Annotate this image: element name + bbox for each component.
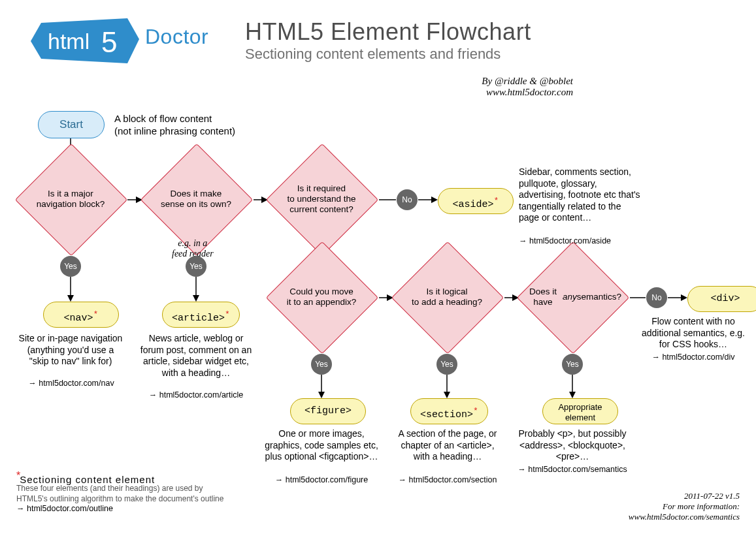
decision-d2-text: Does it make sense on its own? xyxy=(140,163,252,235)
decision-d6-text: Does it haveany semantics? xyxy=(517,261,628,333)
desc-figure: One or more images, graphics, code sampl… xyxy=(261,428,382,463)
decision-add-heading: Is it logicalto add a heading? xyxy=(391,261,502,333)
decision-d4-text: Could you move it to an appendix? xyxy=(266,261,377,333)
page-subtitle: Sectioning content elements and friends xyxy=(245,46,501,63)
result-nav: <nav>* xyxy=(43,302,119,328)
footnote-body: These four elements (and their headings)… xyxy=(16,483,232,504)
version-more: For more information: xyxy=(629,501,740,512)
version-block: 2011-07-22 v1.5 For more information: ww… xyxy=(629,491,740,522)
badge-no-d6: No xyxy=(646,287,667,308)
result-appropriate-element: Appropriate element xyxy=(542,398,618,424)
decision-d1-text: Is it a major navigation block? xyxy=(15,163,126,235)
desc-section: A section of the page, or chapter of an … xyxy=(392,428,503,463)
link-section: → html5doctor.com/section xyxy=(392,475,503,484)
start-note: A block of flow content (not inline phra… xyxy=(114,113,235,138)
result-article: <article>* xyxy=(162,302,240,328)
logo-doctor-text: Doctor xyxy=(145,25,208,49)
svg-text:5: 5 xyxy=(101,26,117,58)
badge-yes-d2: Yes xyxy=(186,256,206,277)
byline-authors: By @riddle & @boblet xyxy=(482,76,573,87)
result-section: <section>* xyxy=(410,398,488,424)
decision-any-semantics: Does it haveany semantics? xyxy=(517,261,628,333)
footnote-link: → html5doctor.com/outline xyxy=(16,504,113,513)
decision-appendix: Could you move it to an appendix? xyxy=(266,261,377,333)
start-node: Start xyxy=(38,111,105,138)
desc-div: Flow content with no additional semantic… xyxy=(638,316,749,351)
badge-yes-d1: Yes xyxy=(60,256,81,277)
link-aside: → html5doctor.com/aside xyxy=(519,236,643,245)
result-figure: <figure> xyxy=(290,398,366,424)
desc-article: News article, weblog or forum post, comm… xyxy=(137,333,255,379)
link-article: → html5doctor.com/article xyxy=(137,390,255,400)
decision-own-sense: Does it make sense on its own? xyxy=(140,163,252,235)
link-div: → html5doctor.com/div xyxy=(638,353,749,362)
result-div: <div> xyxy=(687,286,756,312)
badge-no-d3: No xyxy=(397,189,418,210)
decision-required-understand: Is it required to understand the current… xyxy=(266,163,377,235)
byline-url: www.html5doctor.com xyxy=(482,87,573,98)
desc-aside: Sidebar, comments section, pullquote, gl… xyxy=(519,166,643,224)
result-aside: <aside>* xyxy=(438,188,514,214)
decision-d5-text: Is it logicalto add a heading? xyxy=(391,261,502,333)
version-url: www.html5doctor.com/semantics xyxy=(629,512,740,522)
badge-yes-d4: Yes xyxy=(311,354,332,375)
badge-yes-d6: Yes xyxy=(562,354,583,375)
byline: By @riddle & @boblet www.html5doctor.com xyxy=(482,76,573,98)
desc-appropriate: Probably <p>, but possibly <address>, <b… xyxy=(515,428,630,463)
html5doctor-logo: html 5 xyxy=(29,16,140,65)
badge-yes-d5: Yes xyxy=(436,354,457,375)
decision-major-navigation: Is it a major navigation block? xyxy=(15,163,126,235)
decision-d3-text: Is it required to understand the current… xyxy=(266,163,377,235)
version-date: 2011-07-22 v1.5 xyxy=(629,491,740,501)
link-appropriate: → html5doctor.com/semantics xyxy=(515,465,630,474)
svg-text:html: html xyxy=(48,29,90,54)
desc-nav: Site or in-page navigation (anything you… xyxy=(18,333,123,368)
link-nav: → html5doctor.com/nav xyxy=(20,379,123,388)
page-title: HTML5 Element Flowchart xyxy=(245,18,531,46)
link-figure: → html5doctor.com/figure xyxy=(261,475,382,484)
